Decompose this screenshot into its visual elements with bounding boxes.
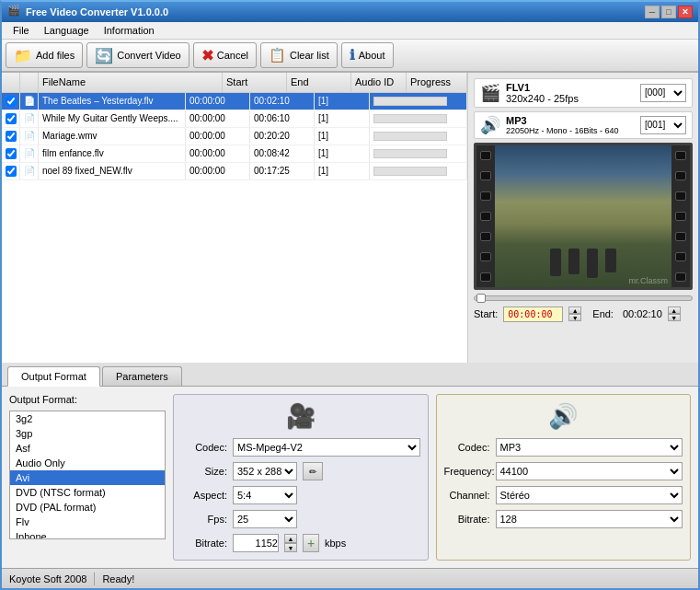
timeline-thumb[interactable]	[476, 294, 486, 303]
frequency-row: Frequency: 44100	[444, 462, 683, 480]
about-button[interactable]: ℹ About	[341, 42, 394, 68]
list-item[interactable]: DVD (PAL format)	[10, 500, 165, 515]
format-panel: Output Format: 3g23gpAsfAudio OnlyAviDVD…	[9, 394, 166, 561]
audio-bitrate-select[interactable]: 128	[496, 510, 683, 528]
film-hole	[480, 212, 491, 221]
bitrate-plus-button[interactable]: +	[303, 534, 319, 552]
end-time-up[interactable]: ▲	[668, 307, 681, 314]
timeline-slider[interactable]	[474, 295, 693, 301]
maximize-button[interactable]: □	[661, 6, 676, 18]
close-button[interactable]: ✕	[678, 6, 693, 18]
codec-select[interactable]: MS-Mpeg4-V2	[233, 438, 420, 457]
aspect-select[interactable]: 5:4	[233, 486, 297, 504]
audio-format-label: MP3	[506, 115, 635, 126]
tab-parameters[interactable]: Parameters	[102, 366, 182, 386]
film-hole	[480, 272, 491, 282]
list-item[interactable]: Avi	[10, 470, 165, 485]
size-select[interactable]: 352 x 288	[233, 462, 297, 480]
menu-bar: File Language Information	[2, 22, 698, 40]
row-end: 00:17:25	[250, 163, 315, 179]
row-filename: While My Guitar Gently Weeps....	[39, 110, 186, 127]
table-row[interactable]: 📄 noel 89 fixed_NEW.flv 00:00:00 00:17:2…	[2, 163, 467, 180]
bitrate-down[interactable]: ▼	[284, 543, 297, 552]
row-checkbox[interactable]	[2, 128, 20, 145]
format-listbox-container: 3g23gpAsfAudio OnlyAviDVD (NTSC format)D…	[9, 411, 166, 539]
format-listbox[interactable]: 3g23gpAsfAudio OnlyAviDVD (NTSC format)D…	[9, 411, 166, 539]
film-hole	[675, 191, 686, 201]
list-item[interactable]: 3g2	[10, 411, 165, 426]
tab-output-format[interactable]: Output Format	[7, 366, 100, 387]
start-label: Start:	[474, 308, 498, 319]
bottom-section: Output Format Parameters Output Format: …	[2, 363, 698, 568]
list-item[interactable]: Iphone	[10, 529, 165, 539]
channel-row: Channel: Stéréo	[444, 486, 683, 504]
row-progress	[370, 110, 467, 127]
channel-select[interactable]: Stéréo	[496, 486, 683, 504]
list-item[interactable]: Asf	[10, 441, 165, 456]
film-hole	[480, 252, 491, 261]
status-text: Ready!	[102, 573, 134, 584]
video-stream-select[interactable]: [000]	[640, 84, 686, 102]
table-row[interactable]: 📄 The Beatles – Yesterday.flv 00:00:00 0…	[2, 93, 467, 110]
start-time-up[interactable]: ▲	[568, 307, 581, 314]
start-col-header: Start	[223, 73, 287, 92]
list-item[interactable]: DVD (NTSC format)	[10, 485, 165, 500]
row-start: 00:00:00	[186, 128, 250, 145]
row-start: 00:00:00	[186, 163, 250, 179]
row-end: 00:02:10	[250, 93, 315, 110]
row-file-icon: 📄	[20, 93, 39, 110]
start-time-input[interactable]	[503, 307, 563, 322]
audio-info-row: 🔊 MP3 22050Hz - Mono - 16Bits - 640 [001…	[474, 111, 693, 139]
table-row[interactable]: 📄 film enfance.flv 00:00:00 00:08:42 [1]	[2, 145, 467, 163]
check-col-header	[2, 73, 20, 92]
bitrate-input[interactable]	[233, 534, 279, 552]
start-time-down[interactable]: ▼	[568, 314, 581, 321]
fps-select[interactable]: 25	[233, 510, 297, 528]
size-edit-button[interactable]: ✏	[303, 462, 323, 480]
audio-stream-select[interactable]: [001]	[640, 116, 686, 134]
end-label: End:	[592, 308, 614, 319]
file-list-panel: FileName Start End Audio ID Progress 📄 T…	[2, 73, 468, 363]
cancel-button[interactable]: ✖ Cancel	[193, 42, 257, 68]
add-files-icon: 📁	[14, 47, 32, 64]
row-checkbox[interactable]	[2, 93, 20, 110]
row-checkbox[interactable]	[2, 145, 20, 162]
bitrate-up[interactable]: ▲	[284, 534, 297, 543]
menu-language[interactable]: Language	[37, 22, 97, 40]
convert-video-button[interactable]: 🔄 Convert Video	[86, 42, 189, 68]
video-info-text: FLV1 320x240 - 25fps	[506, 82, 635, 104]
row-audioid: [1]	[315, 145, 370, 162]
table-row[interactable]: 📄 Mariage.wmv 00:00:00 00:20:20 [1]	[2, 128, 467, 145]
end-time-down[interactable]: ▼	[668, 314, 681, 321]
aspect-label: Aspect:	[181, 490, 227, 501]
menu-file[interactable]: File	[6, 22, 37, 40]
filename-col-header: FileName	[39, 73, 223, 92]
menu-information[interactable]: Information	[97, 22, 162, 40]
start-time-spinner: ▲ ▼	[568, 307, 581, 321]
video-watermark: mr.Classm	[629, 276, 669, 285]
clear-list-button[interactable]: 📋 Clear list	[260, 42, 338, 68]
row-checkbox[interactable]	[2, 110, 20, 127]
video-codec-icon: 🎥	[286, 402, 316, 431]
list-item[interactable]: 3gp	[10, 426, 165, 441]
list-item[interactable]: Audio Only	[10, 456, 165, 470]
list-item[interactable]: Flv	[10, 515, 165, 529]
audio-codec-select[interactable]: MP3	[496, 438, 683, 457]
frequency-select[interactable]: 44100	[496, 462, 683, 480]
row-start: 00:00:00	[186, 110, 250, 127]
add-files-button[interactable]: 📁 Add files	[6, 42, 83, 68]
end-time-value: 00:02:10	[623, 308, 662, 319]
table-row[interactable]: 📄 While My Guitar Gently Weeps.... 00:00…	[2, 110, 467, 128]
row-file-icon: 📄	[20, 128, 39, 145]
film-hole	[675, 212, 686, 221]
convert-video-label: Convert Video	[117, 50, 181, 61]
row-start: 00:00:00	[186, 145, 250, 162]
minimize-button[interactable]: ─	[645, 6, 660, 18]
audio-codec-row: Codec: MP3	[444, 438, 683, 457]
main-window: 🎬 Free Video Converter V1.0.0.0 ─ □ ✕ Fi…	[0, 0, 700, 590]
aspect-row: Aspect: 5:4	[181, 486, 420, 504]
video-format-details: 320x240 - 25fps	[506, 93, 635, 104]
row-checkbox[interactable]	[2, 163, 20, 179]
film-hole	[480, 232, 491, 241]
audioid-col-header: Audio ID	[351, 73, 407, 92]
